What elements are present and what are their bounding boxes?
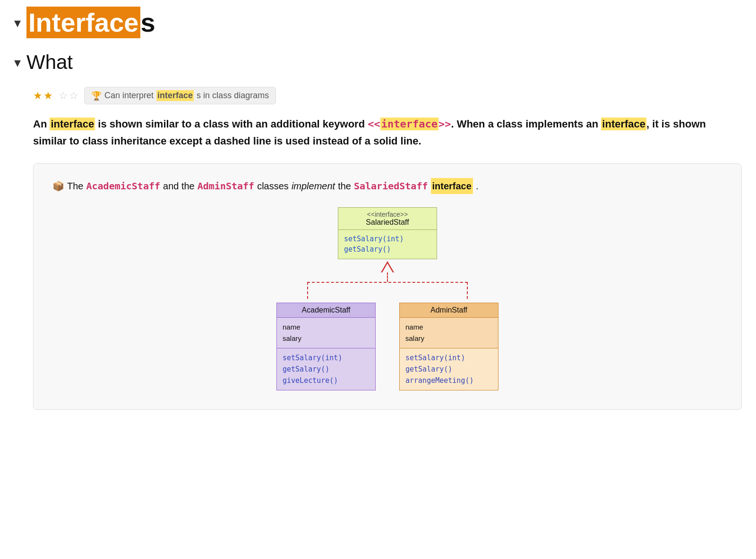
title-suffix: s <box>140 8 155 37</box>
interface-method-2: getSalary() <box>344 244 431 255</box>
section-row: ▾ What <box>14 51 742 74</box>
intro-class3: SalariedStaff <box>354 178 428 194</box>
page-title: Interfaces <box>26 9 155 36</box>
interface-stereotype: <<interface>> <box>343 211 432 218</box>
intro-period: . <box>476 178 479 194</box>
interface-box-body: setSalary(int) getSalary() <box>338 230 437 259</box>
para-code-keyword: interface <box>380 118 438 130</box>
admin-attr-2: salary <box>405 333 492 344</box>
interface-box-header: <<interface>> SalariedStaff <box>338 208 437 230</box>
para-part3: . When a class implements an <box>451 118 601 130</box>
page-title-row: ▾ Interfaces <box>14 9 742 36</box>
interface-method-1: setSalary(int) <box>344 234 431 245</box>
admin-method-2: getSalary() <box>405 364 492 375</box>
interface-name: SalariedStaff <box>343 218 432 227</box>
trophy-icon: 🏆 <box>91 91 102 101</box>
diagram-container: 📦 The AcademicStaff and the AdminStaff c… <box>33 163 742 410</box>
badge-keyword: interface <box>156 90 194 101</box>
stars-filled: ★★ <box>33 90 54 102</box>
admin-attr-1: name <box>405 322 492 333</box>
para-part1: An <box>33 118 50 130</box>
admin-box-header: AdminStaff <box>400 303 498 318</box>
admin-method-1: setSalary(int) <box>405 352 492 364</box>
admin-method-3: arrangeMeeting() <box>405 375 492 386</box>
para-keyword2: interface <box>601 118 646 130</box>
academic-box-header: AcademicStaff <box>277 303 375 318</box>
admin-box-methods: setSalary(int) getSalary() arrangeMeetin… <box>400 348 498 390</box>
intro-and: and the <box>163 178 195 194</box>
arrow-area <box>307 259 468 283</box>
academic-box-methods: setSalary(int) getSalary() giveLecture() <box>277 348 375 390</box>
badge-row: ★★☆☆ 🏆 Can interpret interfaces in class… <box>33 87 742 104</box>
page-chevron-icon[interactable]: ▾ <box>14 15 21 31</box>
uml-interface-box: <<interface>> SalariedStaff setSalary(in… <box>338 207 437 259</box>
uml-diagram-area: <<interface>> SalariedStaff setSalary(in… <box>52 207 722 390</box>
admin-box-attrs: name salary <box>400 318 498 348</box>
intro-the: The <box>67 178 83 194</box>
intro-class2: AdminStaff <box>198 178 254 194</box>
uml-academic-box: AcademicStaff name salary setSalary(int)… <box>276 303 376 390</box>
dashed-vert-1 <box>387 272 388 282</box>
intro-classes: classes <box>257 178 289 194</box>
uml-subclasses: AcademicStaff name salary setSalary(int)… <box>276 299 498 390</box>
intro-interface: interface <box>431 178 473 194</box>
academic-attr-2: salary <box>283 333 369 344</box>
intro-class1: AcademicStaff <box>86 178 160 194</box>
section-title: What <box>26 51 73 74</box>
cube-icon: 📦 <box>52 178 64 194</box>
para-code: <<interface>> <box>368 118 451 130</box>
dashed-horiz-row <box>307 282 468 283</box>
inheritance-triangle <box>381 261 394 272</box>
title-highlight: Interface <box>26 7 140 38</box>
intro-implement: implement <box>292 178 335 194</box>
skill-badge: 🏆 Can interpret interfaces in class diag… <box>84 87 276 104</box>
stars-empty: ☆☆ <box>59 90 79 102</box>
main-paragraph: An interface is shown similar to a class… <box>33 116 742 150</box>
academic-attr-1: name <box>283 322 369 333</box>
badge-text-prefix: Can interpret <box>104 91 154 101</box>
para-part2: is shown similar to a class with an addi… <box>95 118 368 130</box>
badge-text-suffix: s in class diagrams <box>197 91 269 101</box>
para-keyword1: interface <box>50 118 95 130</box>
academic-method-1: setSalary(int) <box>283 352 369 364</box>
section-chevron-icon[interactable]: ▾ <box>14 55 21 70</box>
academic-box-attrs: name salary <box>277 318 375 348</box>
intro-the2: the <box>338 178 351 194</box>
academic-method-3: giveLecture() <box>283 375 369 386</box>
academic-method-2: getSalary() <box>283 364 369 375</box>
diagram-intro: 📦 The AcademicStaff and the AdminStaff c… <box>52 178 722 194</box>
uml-admin-box: AdminStaff name salary setSalary(int) ge… <box>399 303 498 390</box>
